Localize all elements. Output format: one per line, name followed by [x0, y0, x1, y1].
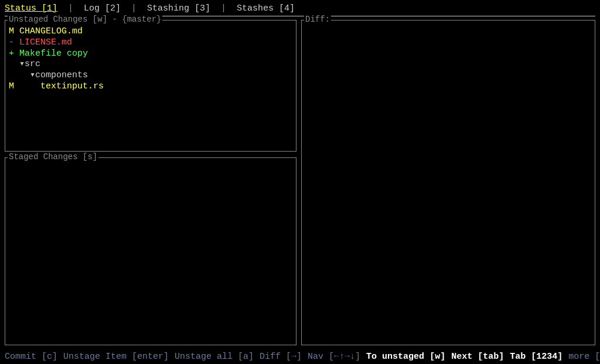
cmd-unstage-item[interactable]: Unstage Item [enter]: [63, 352, 169, 362]
cmd-more[interactable]: more [.]: [568, 352, 600, 362]
cmd-unstage-all[interactable]: Unstage all [a]: [175, 352, 254, 362]
unstaged-file-list: M CHANGELOG.md - LICENSE.md + Makefile c…: [9, 23, 292, 92]
unstaged-panel-title: Unstaged Changes [w] - {master}: [8, 15, 162, 24]
tab-separator: |: [62, 4, 79, 13]
cmd-tab[interactable]: Tab [1234]: [510, 352, 562, 362]
file-row[interactable]: - LICENSE.md: [9, 37, 292, 49]
file-row[interactable]: M CHANGELOG.md: [9, 26, 292, 37]
tab-status[interactable]: Status [1]: [5, 4, 57, 13]
unstaged-changes-panel[interactable]: Unstaged Changes [w] - {master} M CHANGE…: [5, 20, 296, 152]
cmd-to-unstaged[interactable]: To unstaged [w]: [366, 352, 445, 362]
staged-changes-panel[interactable]: Staged Changes [s]: [5, 157, 296, 345]
cmd-commit[interactable]: Commit [c]: [5, 352, 57, 362]
tab-stashes[interactable]: Stashes [4]: [237, 4, 295, 13]
left-column: Unstaged Changes [w] - {master} M CHANGE…: [5, 20, 296, 345]
right-column: Diff:: [301, 20, 595, 345]
staged-panel-title: Staged Changes [s]: [8, 152, 98, 162]
command-footer: Commit [c] Unstage Item [enter] Unstage …: [5, 352, 595, 362]
main-area: Unstaged Changes [w] - {master} M CHANGE…: [0, 16, 600, 345]
file-row[interactable]: + Makefile copy: [9, 49, 292, 60]
tree-node[interactable]: ▾src: [9, 59, 292, 70]
cmd-next[interactable]: Next [tab]: [451, 352, 504, 362]
tab-log[interactable]: Log [2]: [84, 4, 121, 13]
tab-separator: |: [215, 4, 232, 13]
tab-separator: |: [125, 4, 142, 13]
tab-stashing[interactable]: Stashing [3]: [147, 4, 210, 13]
diff-panel[interactable]: Diff:: [301, 20, 595, 345]
cmd-diff[interactable]: Diff [→]: [260, 352, 302, 362]
diff-panel-title: Diff:: [304, 15, 331, 24]
tree-node[interactable]: ▾components: [9, 70, 292, 81]
file-row[interactable]: M textinput.rs: [9, 81, 292, 92]
cmd-nav[interactable]: Nav [←↑→↓]: [308, 352, 360, 362]
tab-bar: Status [1] | Log [2] | Stashing [3] | St…: [0, 0, 600, 16]
